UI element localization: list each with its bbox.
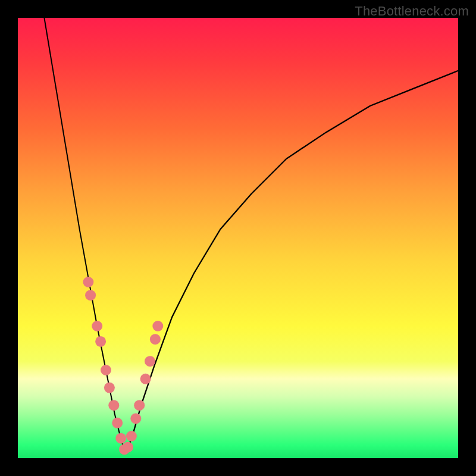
marker-point: [145, 356, 155, 367]
bottleneck-curve-svg: [18, 18, 458, 458]
chart-frame: TheBottleneck.com: [0, 0, 476, 476]
marker-point: [108, 400, 119, 411]
watermark-label: TheBottleneck.com: [355, 4, 469, 19]
marker-point: [95, 336, 106, 347]
marker-point: [123, 442, 133, 453]
marker-point: [115, 433, 126, 444]
plot-area: [18, 18, 458, 458]
marker-point: [152, 321, 163, 331]
marker-point: [126, 431, 137, 441]
marker-point: [101, 365, 111, 375]
marker-point: [140, 374, 151, 384]
marker-point: [130, 413, 141, 424]
marker-point: [112, 418, 123, 428]
highlighted-markers: [83, 277, 163, 455]
marker-point: [83, 277, 93, 287]
marker-point: [104, 383, 115, 393]
curve-right-branch: [126, 71, 458, 454]
marker-point: [92, 321, 102, 331]
marker-point: [85, 290, 96, 300]
marker-point: [150, 334, 161, 345]
marker-point: [134, 400, 145, 411]
